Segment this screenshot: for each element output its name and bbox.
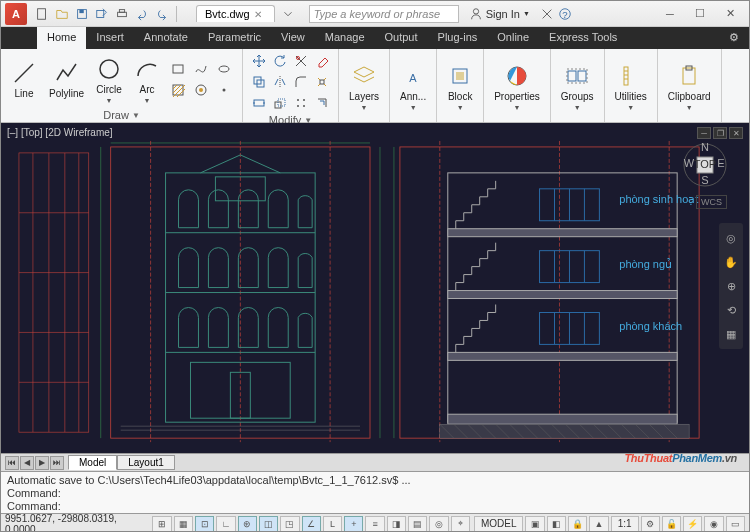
orbit-icon[interactable]: ⟲ (722, 301, 740, 319)
zoom-extents-icon[interactable]: ⊕ (722, 277, 740, 295)
drawing-area[interactable]: [–] [Top] [2D Wireframe] ─ ❐ ✕ TOP N E W… (1, 123, 749, 453)
tab-insert[interactable]: Insert (86, 27, 134, 49)
steering-wheel-icon[interactable]: ◎ (722, 229, 740, 247)
tab-annotate[interactable]: Annotate (134, 27, 198, 49)
polyline-button[interactable]: Polyline (45, 58, 88, 101)
layout-tab-layout1[interactable]: Layout1 (117, 455, 175, 470)
sign-in-button[interactable]: Sign In ▼ (469, 7, 530, 21)
line-button[interactable]: Line (7, 58, 41, 101)
infer-constraints-icon[interactable]: ⊞ (152, 516, 171, 532)
trim-icon[interactable] (291, 51, 311, 71)
open-icon[interactable] (53, 5, 71, 23)
gradient-icon[interactable] (191, 80, 211, 100)
tab-online[interactable]: Online (487, 27, 539, 49)
sc-icon[interactable]: ◎ (429, 516, 448, 532)
isolate-objects-icon[interactable]: ◉ (704, 516, 723, 532)
save-icon[interactable] (73, 5, 91, 23)
layout-prev-icon[interactable]: ◀ (20, 456, 34, 470)
hatch-icon[interactable] (168, 80, 188, 100)
redo-icon[interactable] (153, 5, 171, 23)
plot-icon[interactable] (113, 5, 131, 23)
polar-icon[interactable]: ⊛ (238, 516, 257, 532)
qp-icon[interactable]: ▤ (408, 516, 427, 532)
annotation-scale-lock-icon[interactable]: 🔒 (568, 516, 587, 532)
toolbar-lock-icon[interactable]: 🔓 (662, 516, 681, 532)
tab-manage[interactable]: Manage (315, 27, 375, 49)
command-line[interactable]: Automatic save to C:\Users\Tech4Life03\a… (1, 471, 749, 513)
pan-icon[interactable]: ✋ (722, 253, 740, 271)
panel-clipboard[interactable]: Clipboard▼ (658, 49, 722, 122)
lwt-icon[interactable]: ≡ (365, 516, 384, 532)
panel-utilities[interactable]: Utilities▼ (605, 49, 658, 122)
tab-home[interactable]: Home (37, 27, 86, 49)
help-icon[interactable]: ? (556, 5, 574, 23)
new-icon[interactable] (33, 5, 51, 23)
hardware-accel-icon[interactable]: ⚡ (683, 516, 702, 532)
model-space-button[interactable]: MODEL (474, 516, 524, 532)
layout-next-icon[interactable]: ▶ (35, 456, 49, 470)
rotate-icon[interactable] (270, 51, 290, 71)
mdi-minimize[interactable]: ─ (697, 127, 711, 139)
minimize-button[interactable]: ─ (655, 4, 685, 24)
fillet-icon[interactable] (291, 72, 311, 92)
offset-icon[interactable] (312, 93, 332, 113)
close-tab-icon[interactable]: ✕ (254, 9, 262, 20)
maximize-button[interactable]: ☐ (685, 4, 715, 24)
layout-first-icon[interactable]: ⏮ (5, 456, 19, 470)
otrack-icon[interactable]: ∠ (302, 516, 321, 532)
ortho-icon[interactable]: ∟ (216, 516, 235, 532)
layout-last-icon[interactable]: ⏭ (50, 456, 64, 470)
tab-plugins[interactable]: Plug-ins (428, 27, 488, 49)
workspace-switching-icon[interactable]: ⚙ (641, 516, 660, 532)
scale-icon[interactable] (270, 93, 290, 113)
wcs-label[interactable]: WCS (696, 195, 727, 209)
layout-grid-icon[interactable]: ◧ (547, 516, 566, 532)
grid-icon[interactable]: ⊡ (195, 516, 214, 532)
stretch-icon[interactable] (249, 93, 269, 113)
close-button[interactable]: ✕ (715, 4, 745, 24)
3dosnap-icon[interactable]: ◳ (280, 516, 299, 532)
search-toggle-icon[interactable] (279, 5, 297, 23)
saveas-icon[interactable] (93, 5, 111, 23)
file-tab[interactable]: Bvtc.dwg ✕ (196, 5, 275, 22)
copy-icon[interactable] (249, 72, 269, 92)
view-label[interactable]: [–] [Top] [2D Wireframe] (7, 127, 113, 138)
layout-quick-icon[interactable]: ▣ (525, 516, 544, 532)
app-logo[interactable]: A (5, 3, 27, 25)
mdi-close[interactable]: ✕ (729, 127, 743, 139)
arc-button[interactable]: Arc▼ (130, 54, 164, 106)
showmotion-icon[interactable]: ▦ (722, 325, 740, 343)
panel-block[interactable]: Block▼ (437, 49, 484, 122)
rectangle-icon[interactable] (168, 59, 188, 79)
move-icon[interactable] (249, 51, 269, 71)
point-icon[interactable] (214, 80, 234, 100)
annotation-visibility-icon[interactable]: ▲ (589, 516, 608, 532)
tab-express[interactable]: Express Tools (539, 27, 627, 49)
exchange-icon[interactable] (538, 5, 556, 23)
tab-output[interactable]: Output (375, 27, 428, 49)
dyn-icon[interactable]: + (344, 516, 363, 532)
am-icon[interactable]: ⌖ (451, 516, 470, 532)
ellipse-icon[interactable] (214, 59, 234, 79)
panel-properties[interactable]: Properties▼ (484, 49, 551, 122)
circle-button[interactable]: Circle▼ (92, 54, 126, 106)
erase-icon[interactable] (312, 51, 332, 71)
tpy-icon[interactable]: ◨ (387, 516, 406, 532)
ribbon-options-icon[interactable]: ⚙ (719, 27, 749, 49)
explode-icon[interactable] (312, 72, 332, 92)
tab-view[interactable]: View (271, 27, 315, 49)
panel-groups[interactable]: Groups▼ (551, 49, 605, 122)
annotation-scale[interactable]: 1:1 (611, 516, 639, 532)
clean-screen-icon[interactable]: ▭ (726, 516, 745, 532)
panel-annotation[interactable]: AAnn...▼ (390, 49, 437, 122)
panel-layers[interactable]: Layers▼ (339, 49, 390, 122)
search-input[interactable]: Type a keyword or phrase (309, 5, 459, 23)
layout-tab-model[interactable]: Model (68, 455, 117, 470)
undo-icon[interactable] (133, 5, 151, 23)
ducs-icon[interactable]: L (323, 516, 342, 532)
array-icon[interactable] (291, 93, 311, 113)
tab-parametric[interactable]: Parametric (198, 27, 271, 49)
mdi-restore[interactable]: ❐ (713, 127, 727, 139)
snap-icon[interactable]: ▦ (174, 516, 193, 532)
osnap-icon[interactable]: ◫ (259, 516, 278, 532)
